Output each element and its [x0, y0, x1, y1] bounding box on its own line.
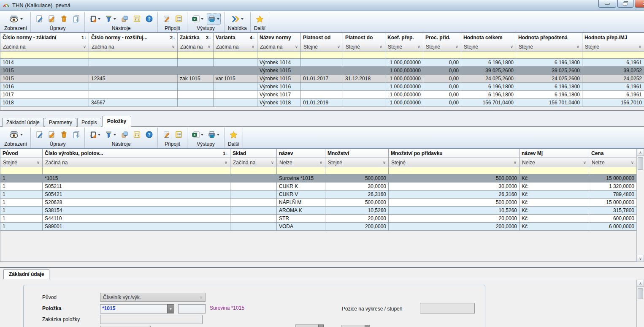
table-row[interactable]: 1014Výrobek 10141 000,0000000,006 196,18…	[0, 59, 644, 67]
filter-select-varianta[interactable]: Začíná na∨	[214, 42, 257, 52]
quick-filter-input-cislo-normy-zakladni[interactable]	[0, 52, 89, 59]
zakazka-polozky-input[interactable]	[100, 315, 203, 324]
column-header-hodnota-prepoctena[interactable]: Hodnota přepočtená	[516, 33, 582, 42]
table-row[interactable]: 1015Výrobek 10151 000,0000000,0039 025,2…	[0, 67, 644, 75]
column-header-nazev[interactable]: název	[277, 149, 325, 158]
tab-podpis[interactable]: Podpis	[77, 118, 101, 127]
minimize-button[interactable]	[598, 0, 616, 8]
filter-select-platnost-do[interactable]: Stejné∨	[343, 42, 385, 52]
star-favorite-button[interactable]	[254, 14, 265, 25]
polozka-secondary-input[interactable]	[178, 304, 206, 313]
table-row[interactable]: 1S20628NÁPLŇ M500,0000500,0000Kč15 000,0…	[0, 199, 637, 207]
column-header-puvod[interactable]: Původ	[0, 149, 43, 158]
tab-zakladni-udaje[interactable]: Základní údaje	[3, 269, 49, 279]
quick-filter-input-cena[interactable]	[589, 167, 637, 174]
star-favorite-button[interactable]	[228, 129, 239, 140]
table-row[interactable]: 1S05421CUKR V26,316026,3160Kč789,4800	[0, 191, 637, 199]
help-button[interactable]: ?	[144, 14, 154, 25]
column-header-platnost-od[interactable]: Platnost od	[301, 33, 343, 42]
table-row[interactable]: 1S05211CUKR K30,000030,0000Kč1 320,0000	[0, 183, 637, 191]
edit-record-button[interactable]	[46, 129, 57, 140]
column-header-cena[interactable]: Cena	[589, 149, 637, 158]
copy-record-button[interactable]	[71, 14, 81, 25]
filter-select-hodnota-prep-mj[interactable]: Stejné∨	[582, 42, 644, 52]
column-header-cislo-normy-rozsiruj[interactable]: Číslo normy - rozšiřuj...2↓	[89, 33, 178, 42]
filter-select-cislo-normy-zakladni[interactable]: Začíná na∨	[0, 42, 89, 52]
checklist-button[interactable]	[173, 14, 184, 25]
note-edit-button[interactable]	[161, 129, 171, 140]
filter-select-proc-prid[interactable]: Stejné∨	[423, 42, 461, 52]
settings-sliders-button[interactable]	[132, 14, 142, 25]
note-edit-button[interactable]	[161, 14, 171, 25]
quick-filter-input-hodnota-celkem[interactable]	[461, 52, 516, 59]
filter-select-nazev[interactable]: Nelze∨	[277, 158, 325, 167]
quick-filter-input-hodnota-prepoctena[interactable]	[516, 52, 582, 59]
help-button[interactable]: ?	[144, 129, 154, 140]
delete-record-button[interactable]	[59, 14, 69, 25]
quick-filter-input-varianta[interactable]	[214, 52, 257, 59]
table-row[interactable]: 1S38154AROMA K10,526010,5260Kč315,7800	[0, 207, 637, 215]
table-row[interactable]: 101834567Výrobek 101801.01.20191 000,000…	[0, 99, 644, 107]
column-header-sklad[interactable]: Sklad	[230, 149, 277, 158]
column-header-mnozstvi-po-pridavku[interactable]: Množství po přídavku	[389, 149, 520, 158]
table-row[interactable]: 101512345zak 1015var 1015Výrobek 101501.…	[0, 75, 644, 83]
clipped-combo-1-button[interactable]: ▼	[318, 324, 324, 327]
quick-filter-input-platnost-od[interactable]	[301, 52, 343, 59]
filter-select-nazev-mj[interactable]: Nelze∨	[520, 158, 589, 167]
filter-select-koef-prep[interactable]: Stejné∨	[385, 42, 423, 52]
quick-filter-input-mnozstvi[interactable]	[325, 167, 389, 174]
tab-zakladni-udaje[interactable]: Základní údaje	[2, 118, 44, 127]
filter-select-cislo-normy-rozsiruj[interactable]: Začíná na∨	[89, 42, 178, 52]
quick-filter-input-nazev-normy[interactable]	[257, 52, 301, 59]
checklist-button[interactable]	[173, 129, 184, 140]
scroll-up-button[interactable]: ∧	[637, 149, 644, 156]
scrollbar-thumb[interactable]	[638, 157, 643, 170]
quick-filter-input-hodnota-prep-mj[interactable]	[582, 52, 644, 59]
clipped-combo-2[interactable]	[341, 325, 365, 327]
tab-polozky[interactable]: Položky	[102, 116, 131, 127]
filter-select-cena[interactable]: Nelze∨	[589, 158, 637, 167]
restore-button[interactable]	[617, 0, 633, 8]
delete-record-button[interactable]	[59, 129, 69, 140]
quick-filter-input-platnost-do[interactable]	[343, 52, 385, 59]
quick-filter-input-cislo-normy-rozsiruj[interactable]	[89, 52, 178, 59]
filter-select-nazev-normy[interactable]: Začíná na∨	[257, 42, 301, 52]
merge-squares-button[interactable]	[119, 129, 130, 140]
filter-select-puvod[interactable]: Stejné∨	[0, 158, 43, 167]
quick-filter-input-cislo-vyrobku-polotov[interactable]	[43, 167, 230, 174]
filter-select-mnozstvi[interactable]: Stejné∨	[325, 158, 389, 167]
quick-filter-input-nazev-mj[interactable]	[520, 167, 589, 174]
column-header-proc-prid[interactable]: Proc. příd.	[423, 33, 461, 42]
table-row[interactable]: 1S44110STR20,000020,0000Kč600,0000	[0, 215, 637, 223]
filter-select-cislo-vyrobku-polotov[interactable]: Začíná na∨	[43, 158, 230, 167]
clipped-combo-1[interactable]	[295, 324, 319, 327]
quick-filter-input-zakazka[interactable]	[178, 52, 214, 59]
quick-filter-input-proc-prid[interactable]	[423, 52, 461, 59]
excel-export-button[interactable]: X	[191, 129, 205, 140]
filter-funnel-button[interactable]	[104, 129, 117, 140]
column-header-mnozstvi[interactable]: Množství	[325, 149, 389, 158]
column-header-koef-prep[interactable]: Koef. přep.	[385, 33, 423, 42]
quick-filter-input-nazev[interactable]	[277, 167, 325, 174]
table-row[interactable]: 1*1015Surovina *1015500,0000500,0000Kč15…	[0, 174, 637, 183]
close-button[interactable]: ×	[635, 0, 644, 8]
eye-view-button[interactable]	[8, 129, 24, 140]
copy-record-button[interactable]	[71, 129, 81, 140]
filter-select-platnost-od[interactable]: Stejné∨	[301, 42, 343, 52]
excel-export-button[interactable]: X	[191, 14, 205, 25]
column-header-cislo-normy-zakladni[interactable]: Číslo normy - základní1↓	[0, 33, 89, 42]
column-header-hodnota-prep-mj[interactable]: Hodnota přep./MJ	[582, 33, 644, 42]
quick-filter-input-koef-prep[interactable]	[385, 52, 423, 59]
eye-view-button[interactable]	[8, 14, 24, 25]
column-header-nazev-mj[interactable]: název Mj	[520, 149, 589, 158]
printer-button[interactable]	[207, 14, 221, 25]
settings-sliders-button[interactable]	[132, 129, 142, 140]
column-header-varianta[interactable]: Varianta4↓	[214, 33, 257, 42]
new-record-button[interactable]	[34, 14, 44, 25]
column-header-nazev-normy[interactable]: Název normy	[257, 33, 301, 42]
quick-filter-input-mnozstvi-po-pridavku[interactable]	[389, 167, 520, 174]
clipped-combo-2-button[interactable]: ▼	[365, 325, 370, 327]
chevrons-menu-button[interactable]	[230, 14, 245, 25]
merge-squares-button[interactable]	[119, 14, 130, 25]
column-header-zakazka[interactable]: Zakázka3↓	[178, 33, 214, 42]
